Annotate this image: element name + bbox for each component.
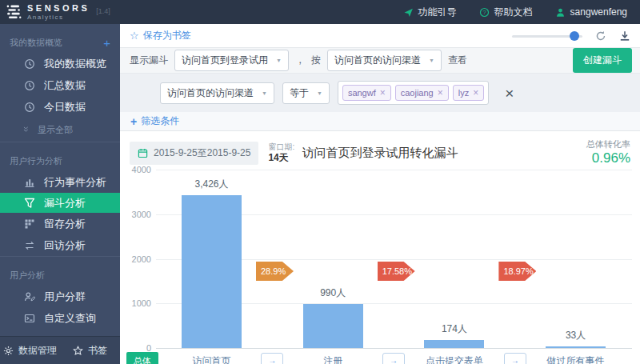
filter-property-select[interactable]: 访问首页的访问渠道 ▼ [160,82,274,104]
filter-row: 访问首页的访问渠道 ▼ 等于 ▼ sangwf×caojiang×lyz× × [120,74,640,112]
chevrons-icon [22,126,31,134]
sidebar-item-overview[interactable]: 汇总数据 [0,74,120,96]
bookmark-row: ☆ 保存为书签 [120,24,640,48]
show-all-toggle[interactable]: 显示全部 [0,118,120,142]
funnel-bar[interactable] [546,346,606,348]
save-bookmark-link[interactable]: ☆ 保存为书签 [130,29,191,42]
sidebar-section: 我的数据概览 + 我的数据概览 汇总数据 今日数据 显示全部 [0,24,120,142]
funnel-bar[interactable] [424,340,484,348]
funnel-step-label[interactable]: 访问首页 [193,354,231,364]
header-nav-help[interactable]: ?帮助文档 [479,6,533,19]
guide-icon [403,7,414,18]
filter-operator-select[interactable]: 等于 ▼ [282,82,330,104]
download-icon [619,30,630,42]
overview-icon [24,58,35,70]
sidebar-bottom-data-management[interactable]: 数据管理 [0,337,60,364]
app-window: SENSORS Analytics [1.4] 功能引导?帮助文档sangwen… [0,0,640,364]
funnel-icon [24,198,35,209]
sidebar-item-users[interactable]: 用户分群 [0,286,120,307]
filter-tag[interactable]: caojiang× [395,85,449,101]
date-range-value: 2015-9-25至2015-9-25 [154,146,250,160]
sidebar-item-label: 回访分析 [44,238,86,253]
zoom-slider[interactable] [512,31,582,41]
create-funnel-button[interactable]: 创建漏斗 [573,48,632,73]
filter-value-input[interactable]: sangwf×caojiang×lyz× [338,81,489,105]
retention-icon [24,218,35,230]
sidebar-item-funnel[interactable]: 漏斗分析 [0,193,120,213]
remove-filter-button[interactable]: × [505,86,514,101]
refresh-button[interactable] [595,30,606,42]
header-nav-user[interactable]: sangwenfeng [555,6,627,18]
sidebar-item-overview[interactable]: 今日数据 [0,96,120,118]
sidebar-section-label: 用户行为分析 [10,155,62,167]
chevron-down-icon: ▼ [276,58,282,63]
star-icon [73,346,83,356]
funnel-step-label[interactable]: 注册 [323,354,342,364]
sidebar-item-retention[interactable]: 留存分析 [0,213,120,234]
y-axis-tick: 2000 [121,254,151,264]
step-arrow-button[interactable]: → [504,353,526,364]
funnel-chart-card: 2015-9-25至2015-9-25 窗口期: 14天 访问首页到登录试用转化… [120,131,640,364]
chevron-down-icon: ▼ [317,90,322,96]
sidebar-bottom-bookmarks[interactable]: 书签 [60,337,120,364]
sidebar-bottom-bar: 数据管理书签 [0,336,120,364]
logo-title: SENSORS [27,4,90,13]
funnel-step-label[interactable]: 做过所有事件 [547,354,605,364]
add-filter-row: + 筛选条件 [120,112,640,131]
sidebar-item-label: 漏斗分析 [44,196,86,210]
funnel-bar[interactable] [182,195,242,348]
conversion-rate-badge: 28.9% [256,262,294,281]
slider-knob[interactable] [570,31,579,41]
sidebar: 我的数据概览 + 我的数据概览 汇总数据 今日数据 显示全部 用户行为分析 行为… [0,24,120,364]
chevron-down-icon: ▼ [429,58,434,63]
sidebar-item-label: 自定义查询 [44,311,96,326]
top-header: SENSORS Analytics [1.4] 功能引导?帮助文档sangwen… [0,0,640,24]
header-nav-guide[interactable]: 功能引导 [403,6,457,19]
sidebar-item-bar-chart[interactable]: 行为事件分析 [0,171,120,193]
comma-separator: ， [295,54,305,67]
revisit-icon [24,240,35,251]
add-filter-link[interactable]: + 筛选条件 [130,114,179,128]
tag-remove-icon[interactable]: × [473,87,478,98]
filter-tag[interactable]: lyz× [453,85,484,101]
header-nav-label: sangwenfeng [570,6,627,18]
step-arrow-button[interactable]: → [261,353,283,364]
header-nav-label: 帮助文档 [494,6,533,19]
tag-remove-icon[interactable]: × [380,87,386,98]
show-funnel-label: 显示漏斗 [130,54,168,67]
sidebar-item-label: 我的数据概览 [44,57,106,71]
help-icon: ? [479,7,490,18]
date-range-picker[interactable]: 2015-9-25至2015-9-25 [130,142,258,165]
gridline [156,348,632,349]
add-overview-button[interactable]: + [103,37,110,49]
steps-overall-badge[interactable]: 总体 [126,352,158,364]
funnel-select[interactable]: 访问首页到登录试用 ▼ [174,50,289,71]
funnel-bar-plot: 400030002000100003,426人990人174人33人28.9%1… [156,170,632,348]
filter-tag[interactable]: sangwf× [342,85,391,101]
svg-text:?: ? [482,9,486,16]
plus-icon: + [130,115,137,128]
logo[interactable]: SENSORS Analytics [1.4] [0,4,120,21]
user-icon [555,7,566,18]
bar-chart-icon [24,177,35,188]
main-content: ☆ 保存为书签 [120,24,640,364]
sidebar-item-revisit[interactable]: 回访分析 [0,234,120,256]
y-axis-tick: 3000 [121,210,151,219]
overall-conversion-value: 0.96% [586,150,630,166]
conversion-rate-badge: 18.97% [498,262,536,281]
logo-subtitle: Analytics [27,14,90,21]
dimension-select[interactable]: 访问首页的访问渠道 ▼ [327,50,442,71]
funnel-step-label[interactable]: 点击提交表单 [426,354,483,364]
step-arrow-button[interactable]: → [382,353,405,364]
funnel-bar[interactable] [303,304,363,348]
sidebar-item-query[interactable]: 自定义查询 [0,307,120,329]
sidebar-item-label: 汇总数据 [44,78,86,93]
save-bookmark-label: 保存为书签 [143,29,191,42]
sidebar-item-overview[interactable]: 我的数据概览 [0,53,120,74]
header-nav-label: 功能引导 [418,6,457,19]
view-label: 查看 [448,54,467,67]
tag-remove-icon[interactable]: × [438,87,443,98]
overall-conversion: 总体转化率 0.96% [586,139,630,167]
refresh-icon [595,30,606,42]
download-button[interactable] [619,30,630,42]
